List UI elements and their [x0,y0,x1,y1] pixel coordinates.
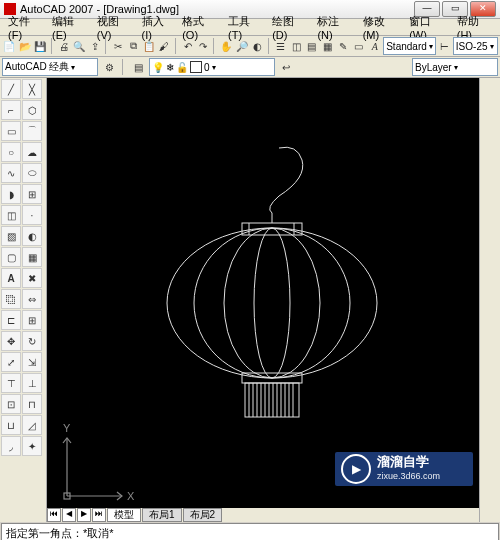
tab-nav-next[interactable]: ▶ [77,508,91,522]
tab-model[interactable]: 模型 [107,508,141,522]
dim-style-icon[interactable]: ⊢ [437,37,452,55]
workspace-settings-icon[interactable]: ⚙ [100,58,118,76]
layer-prev-icon[interactable]: ↩ [277,58,295,76]
svg-point-2 [224,228,320,378]
ellipse-arc-tool[interactable]: ◗ [1,184,21,204]
workspace-dropdown[interactable]: AutoCAD 经典 [2,58,98,76]
new-icon[interactable]: 📄 [2,37,17,55]
make-block-tool[interactable]: ◫ [1,205,21,225]
command-history-line: 指定第一角点：*取消* [6,527,494,539]
table-tool[interactable]: ▦ [22,247,42,267]
matchprop-icon[interactable]: 🖌 [157,37,172,55]
plot-icon[interactable]: 🖨 [56,37,71,55]
tab-nav-first[interactable]: ⏮ [47,508,61,522]
standard-toolbar: 📄 📂 💾 🖨 🔍 ⇪ ✂ ⧉ 📋 🖌 ↶ ↷ ✋ 🔎 ◐ ☰ ◫ ▤ ▦ ✎ … [0,36,500,57]
array-tool[interactable]: ⊞ [22,310,42,330]
line-tool[interactable]: ╱ [1,79,21,99]
layer-props-icon[interactable]: ▤ [129,58,147,76]
tab-nav-prev[interactable]: ◀ [62,508,76,522]
insert-block-tool[interactable]: ⊞ [22,184,42,204]
drawing-canvas[interactable]: X Y ⏮ ◀ ▶ ⏭ 模型 布局1 布局2 ▶ 溜溜自学 zixue.3d66… [47,78,479,522]
tab-layout1[interactable]: 布局1 [142,508,182,522]
menu-bar: 文件(F) 编辑(E) 视图(V) 插入(I) 格式(O) 工具(T) 绘图(D… [0,19,500,36]
undo-icon[interactable]: ↶ [180,37,195,55]
tab-layout2[interactable]: 布局2 [183,508,223,522]
paste-icon[interactable]: 📋 [142,37,157,55]
fillet-tool[interactable]: ◞ [1,436,21,456]
tool-palettes-icon[interactable]: ▤ [304,37,319,55]
circle-tool[interactable]: ○ [1,142,21,162]
play-icon: ▶ [341,454,371,484]
layer-dropdown[interactable]: 💡❄🔓 0 [149,58,275,76]
cut-icon[interactable]: ✂ [111,37,126,55]
ellipse-tool[interactable]: ⬭ [22,163,42,183]
join-tool[interactable]: ⊔ [1,415,21,435]
svg-point-3 [254,228,290,378]
break-point-tool[interactable]: ⊡ [1,394,21,414]
extend-tool[interactable]: ⊥ [22,373,42,393]
text-style-icon[interactable]: A [368,37,383,55]
svg-point-1 [194,228,350,378]
watermark: ▶ 溜溜自学 zixue.3d66.com [335,452,473,486]
rectangle-tool[interactable]: ▭ [1,121,21,141]
break-tool[interactable]: ⊓ [22,394,42,414]
tab-nav-last[interactable]: ⏭ [92,508,106,522]
draw-toolbar: ╱ ╳ ⌐ ⬡ ▭ ⌒ ○ ☁ ∿ ⬭ ◗ ⊞ ◫ · ▨ ◐ ▢ ▦ A ✖ … [0,78,47,522]
save-icon[interactable]: 💾 [33,37,48,55]
watermark-brand: 溜溜自学 [377,455,440,469]
pan-icon[interactable]: ✋ [219,37,234,55]
chamfer-tool[interactable]: ◿ [22,415,42,435]
dim-style-dropdown[interactable]: ISO-25 [453,37,498,55]
move-tool[interactable]: ✥ [1,331,21,351]
xline-tool[interactable]: ╳ [22,79,42,99]
publish-icon[interactable]: ⇪ [87,37,102,55]
properties-icon[interactable]: ☰ [273,37,288,55]
explode-tool[interactable]: ✦ [22,436,42,456]
layers-toolbar: AutoCAD 经典 ⚙ ▤ 💡❄🔓 0 ↩ ByLayer [0,57,500,78]
rotate-tool[interactable]: ↻ [22,331,42,351]
point-tool[interactable]: · [22,205,42,225]
revcloud-tool[interactable]: ☁ [22,142,42,162]
layout-tabs: ⏮ ◀ ▶ ⏭ 模型 布局1 布局2 [47,508,479,522]
main-area: ╱ ╳ ⌐ ⬡ ▭ ⌒ ○ ☁ ∿ ⬭ ◗ ⊞ ◫ · ▨ ◐ ▢ ▦ A ✖ … [0,78,500,522]
stretch-tool[interactable]: ⇲ [22,352,42,372]
redo-icon[interactable]: ↷ [196,37,211,55]
text-style-dropdown[interactable]: Standard [383,37,436,55]
design-center-icon[interactable]: ◫ [289,37,304,55]
arc-tool[interactable]: ⌒ [22,121,42,141]
copy-tool[interactable]: ⿻ [1,289,21,309]
polygon-tool[interactable]: ⬡ [22,100,42,120]
axis-x-label: X [127,490,135,502]
watermark-url: zixue.3d66.com [377,469,440,483]
mirror-tool[interactable]: ⇔ [22,289,42,309]
sheetset-icon[interactable]: ▦ [320,37,335,55]
preview-icon[interactable]: 🔍 [72,37,87,55]
region-tool[interactable]: ▢ [1,247,21,267]
svg-point-0 [167,228,377,378]
gradient-tool[interactable]: ◐ [22,226,42,246]
lineweight-dropdown[interactable]: ByLayer [412,58,498,76]
markup-icon[interactable]: ✎ [336,37,351,55]
erase-tool[interactable]: ✖ [22,268,42,288]
command-window[interactable]: 指定第一角点：*取消* 命令： [1,523,499,540]
offset-tool[interactable]: ⊏ [1,310,21,330]
trim-tool[interactable]: ⊤ [1,373,21,393]
copy-icon[interactable]: ⧉ [126,37,141,55]
polyline-tool[interactable]: ⌐ [1,100,21,120]
hatch-tool[interactable]: ▨ [1,226,21,246]
axis-y-label: Y [63,422,71,434]
calc-icon[interactable]: ▭ [351,37,366,55]
open-icon[interactable]: 📂 [18,37,33,55]
zoom-prev-icon[interactable]: ◐ [250,37,265,55]
scale-tool[interactable]: ⤢ [1,352,21,372]
spline-tool[interactable]: ∿ [1,163,21,183]
zoom-icon[interactable]: 🔎 [235,37,250,55]
mtext-tool[interactable]: A [1,268,21,288]
layer-name: 0 [204,62,210,73]
